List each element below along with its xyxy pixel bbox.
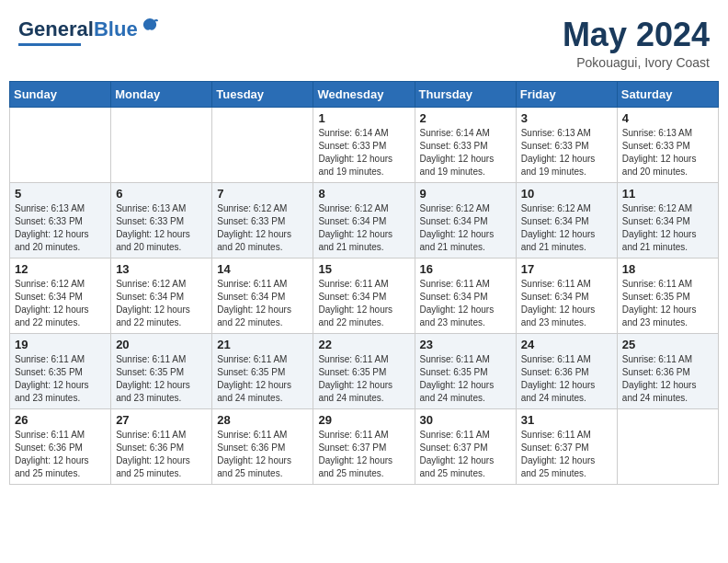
calendar-cell: 18Sunrise: 6:11 AM Sunset: 6:35 PM Dayli… [617,258,718,333]
day-number: 21 [217,338,308,351]
calendar-cell: 20Sunrise: 6:11 AM Sunset: 6:35 PM Dayli… [111,333,212,408]
day-info: Sunrise: 6:11 AM Sunset: 6:34 PM Dayligh… [217,278,308,329]
calendar-cell: 15Sunrise: 6:11 AM Sunset: 6:34 PM Dayli… [313,258,415,333]
calendar-cell: 11Sunrise: 6:12 AM Sunset: 6:34 PM Dayli… [617,182,718,258]
day-info: Sunrise: 6:12 AM Sunset: 6:34 PM Dayligh… [521,202,612,254]
calendar-week-row: 19Sunrise: 6:11 AM Sunset: 6:35 PM Dayli… [10,333,719,408]
calendar-cell [10,107,111,182]
day-number: 3 [521,111,612,125]
calendar-cell [111,107,212,182]
calendar-cell: 19Sunrise: 6:11 AM Sunset: 6:35 PM Dayli… [10,333,111,408]
logo: GeneralBlue [18,17,160,46]
day-number: 19 [15,338,106,351]
calendar-cell: 17Sunrise: 6:11 AM Sunset: 6:34 PM Dayli… [516,258,617,333]
calendar-cell: 27Sunrise: 6:11 AM Sunset: 6:36 PM Dayli… [111,408,212,484]
day-number: 27 [116,413,207,427]
calendar-cell: 24Sunrise: 6:11 AM Sunset: 6:36 PM Dayli… [516,333,617,408]
calendar-cell: 13Sunrise: 6:12 AM Sunset: 6:34 PM Dayli… [111,258,212,333]
calendar-cell: 5Sunrise: 6:13 AM Sunset: 6:33 PM Daylig… [10,182,111,258]
day-info: Sunrise: 6:14 AM Sunset: 6:33 PM Dayligh… [318,127,409,178]
header: GeneralBlue May 2024 Pokouagui, Ivory Co… [9,9,719,74]
day-info: Sunrise: 6:13 AM Sunset: 6:33 PM Dayligh… [622,127,713,178]
header-day-tuesday: Tuesday [212,81,313,107]
calendar-cell: 16Sunrise: 6:11 AM Sunset: 6:34 PM Dayli… [415,258,516,333]
day-info: Sunrise: 6:11 AM Sunset: 6:34 PM Dayligh… [521,278,612,329]
calendar-cell [212,107,313,182]
header-day-saturday: Saturday [617,81,718,107]
day-number: 24 [521,338,612,351]
day-info: Sunrise: 6:14 AM Sunset: 6:33 PM Dayligh… [420,127,511,178]
day-info: Sunrise: 6:13 AM Sunset: 6:33 PM Dayligh… [15,202,106,254]
day-info: Sunrise: 6:13 AM Sunset: 6:33 PM Dayligh… [116,202,207,254]
day-info: Sunrise: 6:11 AM Sunset: 6:35 PM Dayligh… [622,278,713,329]
calendar-cell: 30Sunrise: 6:11 AM Sunset: 6:37 PM Dayli… [415,408,516,484]
day-info: Sunrise: 6:11 AM Sunset: 6:35 PM Dayligh… [15,353,106,405]
day-number: 29 [318,413,409,427]
day-number: 12 [15,262,106,276]
header-day-friday: Friday [516,81,617,107]
header-day-thursday: Thursday [415,81,516,107]
calendar-week-row: 1Sunrise: 6:14 AM Sunset: 6:33 PM Daylig… [10,107,719,182]
day-number: 7 [217,187,308,201]
day-number: 14 [217,262,308,276]
calendar-cell: 21Sunrise: 6:11 AM Sunset: 6:35 PM Dayli… [212,333,313,408]
day-info: Sunrise: 6:12 AM Sunset: 6:34 PM Dayligh… [622,202,713,254]
calendar-cell: 10Sunrise: 6:12 AM Sunset: 6:34 PM Dayli… [516,182,617,258]
logo-underline [18,43,81,46]
calendar-week-row: 5Sunrise: 6:13 AM Sunset: 6:33 PM Daylig… [10,182,719,258]
calendar-cell: 25Sunrise: 6:11 AM Sunset: 6:36 PM Dayli… [617,333,718,408]
day-number: 1 [318,111,409,125]
day-number: 13 [116,262,207,276]
location-subtitle: Pokouagui, Ivory Coast [563,55,710,70]
calendar-cell: 28Sunrise: 6:11 AM Sunset: 6:36 PM Dayli… [212,408,313,484]
day-number: 8 [318,187,409,201]
day-info: Sunrise: 6:11 AM Sunset: 6:36 PM Dayligh… [521,353,612,405]
calendar-cell: 1Sunrise: 6:14 AM Sunset: 6:33 PM Daylig… [313,107,415,182]
day-info: Sunrise: 6:11 AM Sunset: 6:35 PM Dayligh… [116,353,207,405]
day-info: Sunrise: 6:11 AM Sunset: 6:36 PM Dayligh… [217,429,308,480]
day-number: 2 [420,111,511,125]
day-info: Sunrise: 6:11 AM Sunset: 6:36 PM Dayligh… [622,353,713,405]
calendar-cell: 2Sunrise: 6:14 AM Sunset: 6:33 PM Daylig… [415,107,516,182]
day-info: Sunrise: 6:12 AM Sunset: 6:34 PM Dayligh… [318,202,409,254]
day-info: Sunrise: 6:11 AM Sunset: 6:36 PM Dayligh… [15,429,106,480]
day-number: 30 [420,413,511,427]
header-day-monday: Monday [111,81,212,107]
day-info: Sunrise: 6:11 AM Sunset: 6:37 PM Dayligh… [318,429,409,480]
calendar-cell: 7Sunrise: 6:12 AM Sunset: 6:33 PM Daylig… [212,182,313,258]
calendar-cell: 26Sunrise: 6:11 AM Sunset: 6:36 PM Dayli… [10,408,111,484]
calendar-cell: 3Sunrise: 6:13 AM Sunset: 6:33 PM Daylig… [516,107,617,182]
day-number: 26 [15,413,106,427]
day-number: 23 [420,338,511,351]
calendar-table: SundayMondayTuesdayWednesdayThursdayFrid… [9,81,719,485]
day-number: 18 [622,262,713,276]
day-info: Sunrise: 6:11 AM Sunset: 6:37 PM Dayligh… [420,429,511,480]
day-number: 31 [521,413,612,427]
title-block: May 2024 Pokouagui, Ivory Coast [563,17,710,70]
calendar-cell: 29Sunrise: 6:11 AM Sunset: 6:37 PM Dayli… [313,408,415,484]
month-year-title: May 2024 [563,17,710,53]
day-info: Sunrise: 6:12 AM Sunset: 6:34 PM Dayligh… [420,202,511,254]
calendar-cell: 6Sunrise: 6:13 AM Sunset: 6:33 PM Daylig… [111,182,212,258]
calendar-cell: 8Sunrise: 6:12 AM Sunset: 6:34 PM Daylig… [313,182,415,258]
day-number: 17 [521,262,612,276]
calendar-header-row: SundayMondayTuesdayWednesdayThursdayFrid… [10,81,719,107]
calendar-cell: 12Sunrise: 6:12 AM Sunset: 6:34 PM Dayli… [10,258,111,333]
day-info: Sunrise: 6:11 AM Sunset: 6:35 PM Dayligh… [318,353,409,405]
calendar-cell: 4Sunrise: 6:13 AM Sunset: 6:33 PM Daylig… [617,107,718,182]
header-day-sunday: Sunday [10,81,111,107]
day-number: 5 [15,187,106,201]
day-info: Sunrise: 6:11 AM Sunset: 6:35 PM Dayligh… [420,353,511,405]
day-info: Sunrise: 6:12 AM Sunset: 6:34 PM Dayligh… [116,278,207,329]
day-number: 16 [420,262,511,276]
day-info: Sunrise: 6:11 AM Sunset: 6:37 PM Dayligh… [521,429,612,480]
day-number: 4 [622,111,713,125]
day-info: Sunrise: 6:13 AM Sunset: 6:33 PM Dayligh… [521,127,612,178]
day-number: 20 [116,338,207,351]
logo-bird-icon [140,17,160,41]
day-number: 22 [318,338,409,351]
day-info: Sunrise: 6:12 AM Sunset: 6:33 PM Dayligh… [217,202,308,254]
calendar-cell: 9Sunrise: 6:12 AM Sunset: 6:34 PM Daylig… [415,182,516,258]
calendar-cell: 14Sunrise: 6:11 AM Sunset: 6:34 PM Dayli… [212,258,313,333]
day-info: Sunrise: 6:11 AM Sunset: 6:35 PM Dayligh… [217,353,308,405]
